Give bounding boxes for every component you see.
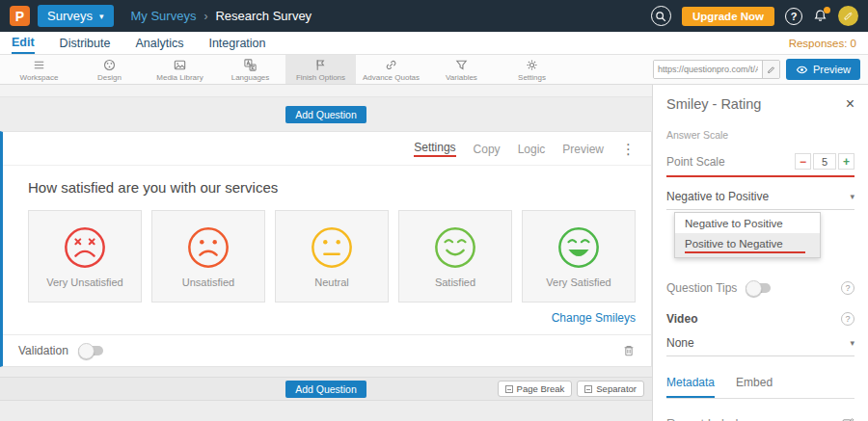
sidebar-tabs: Metadata Embed: [666, 376, 854, 399]
question-tips-toggle[interactable]: [746, 283, 771, 293]
sidebar-header: Smiley - Rating ×: [666, 96, 854, 112]
tab-analytics[interactable]: Analytics: [135, 32, 183, 54]
media-library-icon: [173, 58, 187, 72]
tab-metadata[interactable]: Metadata: [666, 376, 715, 398]
preview-button[interactable]: Preview: [786, 59, 860, 80]
add-question-row-top: Add Question: [0, 97, 652, 131]
breadcrumb-current: Research Survey: [215, 9, 312, 23]
point-scale-value: 5: [813, 153, 836, 170]
question-title[interactable]: How satisfied are you with our services: [28, 179, 636, 196]
search-icon[interactable]: [651, 6, 671, 26]
video-row: Video ?: [666, 312, 854, 326]
unsatisfied-smiley-icon: [186, 225, 231, 270]
option-label: Positive to Negative: [685, 238, 783, 250]
close-icon[interactable]: ×: [846, 96, 854, 112]
canvas-strip: [0, 85, 652, 97]
delete-question-trash-icon[interactable]: [622, 344, 636, 357]
scale-direction-value: Negative to Positive: [666, 190, 769, 203]
question-action-settings[interactable]: Settings: [414, 141, 455, 157]
toolbar-item-label: Languages: [231, 73, 270, 82]
question-action-logic[interactable]: Logic: [518, 143, 546, 156]
change-smileys-link[interactable]: Change Smileys: [552, 311, 636, 325]
main-area: Add Question Settings Copy Logic Preview…: [0, 85, 868, 421]
smiley-option-very-unsatisfied[interactable]: Very Unsatisfied: [28, 210, 142, 303]
page-break-icon: [505, 385, 513, 393]
survey-canvas: Add Question Settings Copy Logic Preview…: [0, 85, 652, 421]
question-action-preview[interactable]: Preview: [562, 143, 604, 156]
smiley-label: Very Unsatisfied: [46, 276, 122, 288]
option-negative-to-positive[interactable]: Negative to Positive: [675, 213, 820, 233]
page-break-button[interactable]: Page Break: [498, 381, 573, 397]
increment-button[interactable]: +: [838, 153, 854, 170]
eye-icon: [796, 65, 808, 75]
separator-label: Separator: [596, 383, 637, 394]
toolbar-item-design[interactable]: Design: [74, 55, 145, 84]
report-label-edit-icon[interactable]: [842, 417, 854, 421]
help-icon[interactable]: ?: [785, 8, 802, 25]
toolbar-item-languages[interactable]: Languages: [215, 55, 285, 84]
tab-integration[interactable]: Integration: [208, 32, 265, 54]
scale-direction-dropdown-menu: Negative to Positive Positive to Negativ…: [674, 212, 821, 258]
workspace-icon: [32, 58, 46, 72]
question-tips-help-icon[interactable]: ?: [841, 281, 854, 295]
smiley-option-very-satisfied[interactable]: Very Satisfied: [522, 210, 636, 303]
survey-url-input[interactable]: [654, 61, 762, 78]
tab-embed[interactable]: Embed: [736, 376, 773, 398]
smiley-option-neutral[interactable]: Neutral: [275, 210, 389, 303]
questionpro-logo[interactable]: P: [10, 6, 30, 26]
sidebar-title: Smiley - Rating: [666, 96, 761, 112]
preview-label: Preview: [813, 64, 851, 75]
decrement-button[interactable]: −: [795, 153, 811, 170]
surveys-product-switcher[interactable]: Surveys ▾: [38, 5, 114, 27]
more-options-dots-icon[interactable]: ⋮: [621, 142, 636, 156]
finish-options-flag-icon: [313, 58, 328, 72]
topbar-actions: Upgrade Now ?: [651, 6, 858, 26]
variables-filter-icon: [454, 58, 469, 72]
satisfied-smiley-icon: [433, 225, 477, 270]
validation-toggle[interactable]: [78, 346, 103, 355]
smiley-row: Very Unsatisfied Unsatisfied: [28, 210, 636, 303]
toolbar-item-settings[interactable]: Settings: [497, 55, 567, 84]
tab-distribute[interactable]: Distribute: [60, 32, 111, 54]
video-select[interactable]: None ▾: [666, 336, 854, 356]
responses-count[interactable]: Responses: 0: [789, 38, 856, 49]
separator-button[interactable]: Separator: [577, 381, 644, 397]
smiley-option-satisfied[interactable]: Satisfied: [398, 210, 512, 303]
toolbar-item-variables[interactable]: Variables: [426, 55, 497, 84]
toolbar-item-label: Advance Quotas: [363, 73, 420, 82]
option-annotation-underline: [685, 251, 805, 253]
toolbar-item-finish-options[interactable]: Finish Options: [285, 55, 356, 84]
question-action-copy[interactable]: Copy: [474, 143, 501, 156]
option-positive-to-negative[interactable]: Positive to Negative: [675, 233, 820, 257]
tab-edit[interactable]: Edit: [12, 32, 35, 54]
toolbar-item-workspace[interactable]: Workspace: [4, 55, 74, 84]
chevron-down-icon: ▾: [850, 192, 854, 201]
smiley-label: Very Satisfied: [546, 276, 610, 288]
toolbar-item-label: Variables: [446, 73, 477, 82]
survey-nav: Edit Distribute Analytics Integration Re…: [0, 32, 868, 55]
design-palette-icon: [102, 58, 117, 72]
settings-gear-icon: [525, 58, 539, 72]
breadcrumb-my-surveys[interactable]: My Surveys: [131, 9, 197, 23]
report-label-input[interactable]: [666, 416, 842, 421]
add-question-button-top[interactable]: Add Question: [285, 106, 366, 123]
video-label: Video: [666, 312, 697, 326]
upgrade-now-button[interactable]: Upgrade Now: [682, 7, 774, 26]
toolbar-item-label: Finish Options: [296, 73, 345, 82]
validation-row: Validation: [3, 334, 651, 366]
point-scale-row: Point Scale − 5 +: [666, 153, 854, 170]
user-avatar[interactable]: [838, 6, 858, 26]
product-label: Surveys: [47, 9, 93, 23]
change-smileys-row: Change Smileys: [28, 303, 636, 334]
add-question-button-bottom[interactable]: Add Question: [285, 381, 366, 398]
notifications-bell-icon[interactable]: [813, 9, 827, 23]
page-break-label: Page Break: [517, 383, 565, 394]
toolbar-item-media-library[interactable]: Media Library: [145, 55, 215, 84]
video-help-icon[interactable]: ?: [841, 312, 854, 326]
validation-label: Validation: [18, 344, 68, 357]
question-card: Settings Copy Logic Preview ⋮ How satisf…: [0, 131, 652, 367]
smiley-option-unsatisfied[interactable]: Unsatisfied: [151, 210, 265, 303]
edit-url-pencil-icon[interactable]: [762, 61, 779, 78]
toolbar-item-advance-quotas[interactable]: Advance Quotas: [356, 55, 426, 84]
scale-direction-select[interactable]: Negative to Positive ▾: [666, 190, 854, 210]
